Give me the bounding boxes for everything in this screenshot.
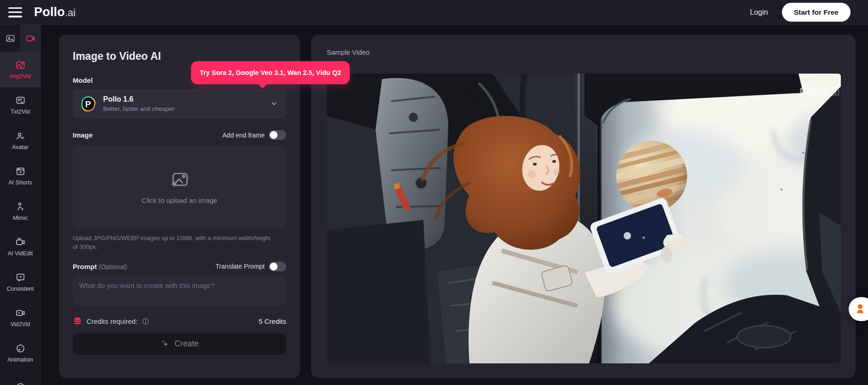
- sample-video-panel: Sample Video: [311, 34, 856, 378]
- pollo-logo[interactable]: Pollo.ai: [34, 5, 75, 19]
- shorts-play-icon: [15, 166, 26, 177]
- model-name: Pollo 1.6: [103, 95, 174, 103]
- add-end-frame-toggle[interactable]: [269, 130, 286, 140]
- sidebar-item-ai-shorts[interactable]: AI Shorts: [0, 158, 41, 194]
- text-play-icon: [15, 95, 26, 106]
- sidebar: Img2Vid Txt2Vid AI Avatar AI Shorts Mimi…: [0, 25, 41, 385]
- login-button[interactable]: Login: [750, 8, 768, 17]
- person-sparkle-icon: [15, 201, 26, 212]
- image-icon: [5, 33, 16, 44]
- prompt-section-header: Prompt (Optional) Translate Prompt: [73, 262, 286, 271]
- credits-info: Credits required:: [73, 316, 150, 326]
- sidebar-item-animation[interactable]: Animation: [0, 335, 41, 371]
- menu-icon[interactable]: [8, 7, 22, 17]
- sidebar-label: Mimic: [13, 215, 28, 221]
- image-section-header: Image Add end frame: [73, 130, 286, 140]
- video-camera-icon: [25, 33, 36, 44]
- avatar-ai-icon: AI: [15, 131, 26, 141]
- chat-play-icon: [15, 272, 26, 283]
- support-person-icon: [853, 302, 867, 316]
- face-play-icon: [15, 343, 26, 354]
- model-select[interactable]: P Pollo 1.6 Better, faster and cheaper: [73, 89, 286, 118]
- top-bar: Pollo.ai Login Start for Free: [0, 0, 868, 25]
- sidebar-item-img2vid[interactable]: Img2Vid: [0, 52, 41, 87]
- prompt-input[interactable]: [73, 276, 286, 305]
- add-end-frame-control: Add end frame: [222, 130, 286, 140]
- sidebar-item-consistent[interactable]: Consistent: [0, 264, 41, 300]
- image-plus-icon: [169, 169, 190, 190]
- video-watermark: Pollo.ai: [799, 86, 840, 98]
- credits-row: Credits required: 5 Credits: [73, 316, 286, 326]
- svg-text:AI: AI: [21, 136, 24, 139]
- chevron-down-icon: [270, 100, 278, 108]
- image-play-icon: [15, 60, 26, 70]
- upload-note: Upload JPG/PNG/WEBP images up to 10MB, w…: [73, 234, 275, 252]
- sidebar-label: Txt2Vid: [11, 109, 30, 115]
- create-button[interactable]: Create: [73, 333, 286, 355]
- credits-coins-icon: [73, 316, 82, 326]
- mode-tabs: [0, 25, 41, 52]
- credits-label: Credits required:: [87, 317, 138, 325]
- video-edit-icon: [15, 237, 26, 247]
- prompt-label: Prompt: [73, 263, 97, 270]
- svg-text:P: P: [85, 99, 91, 109]
- create-button-label: Create: [174, 339, 199, 349]
- image-section-label: Image: [73, 131, 93, 139]
- start-for-free-button[interactable]: Start for Free: [782, 3, 851, 22]
- watermark-suffix: .ai: [827, 86, 840, 98]
- sidebar-label: Avatar: [12, 144, 29, 150]
- sample-video-title: Sample Video: [327, 48, 370, 56]
- prompt-section-label: Prompt (Optional): [73, 263, 127, 270]
- sidebar-label: Img2Vid: [10, 73, 31, 80]
- translate-prompt-toggle[interactable]: [269, 262, 286, 271]
- page-title: Image to Video AI: [73, 50, 286, 63]
- sidebar-item-vid2vid[interactable]: Vid2Vid: [0, 300, 41, 335]
- sidebar-item-mimic[interactable]: Mimic: [0, 194, 41, 229]
- translate-prompt-control: Translate Prompt: [215, 262, 286, 271]
- sidebar-item-txt2vid[interactable]: Txt2Vid: [0, 87, 41, 123]
- logo-brand: Pollo: [34, 5, 65, 19]
- toggle-knob: [270, 131, 278, 139]
- image-mode-tab[interactable]: [0, 25, 20, 52]
- sidebar-item-ai-videdit[interactable]: AI VidEdit: [0, 229, 41, 264]
- model-texts: Pollo 1.6 Better, faster and cheaper: [103, 95, 174, 112]
- sidebar-label: Animation: [7, 356, 33, 363]
- model-description: Better, faster and cheaper: [103, 105, 174, 112]
- prompt-optional-label: (Optional): [99, 263, 127, 270]
- info-icon[interactable]: [142, 317, 150, 325]
- sidebar-item-avatar[interactable]: AI Avatar: [0, 123, 41, 158]
- video-play-icon: [15, 308, 26, 318]
- logo-suffix: .ai: [65, 7, 75, 19]
- sample-video[interactable]: Pollo.ai: [327, 74, 841, 363]
- add-end-frame-label: Add end frame: [222, 132, 265, 139]
- sidebar-item-explore[interactable]: [0, 371, 41, 385]
- upload-hint-text: Click to upload an image: [142, 196, 217, 204]
- header-actions: Login Start for Free: [750, 3, 868, 22]
- sidebar-label: Consistent: [6, 286, 34, 292]
- video-mode-tab[interactable]: [20, 25, 41, 52]
- watermark-brand: Pollo: [799, 86, 827, 98]
- pollo-app: { "header": { "brand": "Pollo", "brand_s…: [0, 0, 868, 385]
- promo-tooltip[interactable]: Try Sora 2, Google Veo 3.1, Wan 2.5, Vid…: [191, 61, 350, 84]
- pollo-model-logo-icon: P: [79, 95, 98, 113]
- sparkle-icon: [160, 339, 170, 349]
- credits-value: 5 Credits: [259, 317, 286, 325]
- translate-prompt-label: Translate Prompt: [215, 263, 265, 270]
- image-upload-dropzone[interactable]: Click to upload an image: [73, 145, 286, 228]
- toggle-knob: [270, 263, 278, 270]
- compass-icon: [15, 382, 26, 385]
- sidebar-label: AI VidEdit: [8, 250, 33, 257]
- sample-video-scene: [327, 74, 841, 363]
- sidebar-label: Vid2Vid: [11, 321, 30, 328]
- sidebar-label: AI Shorts: [8, 179, 32, 186]
